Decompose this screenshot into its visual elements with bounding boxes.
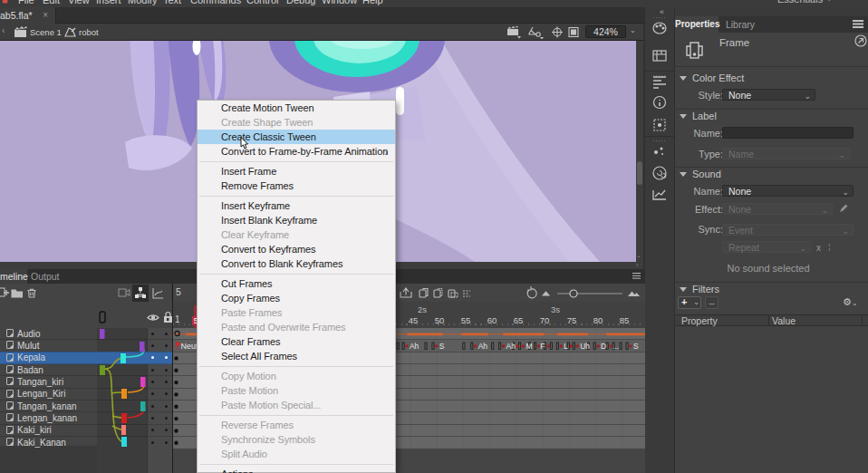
svg-text:Uh: Uh xyxy=(580,342,590,351)
svg-text:D: D xyxy=(601,342,606,351)
svg-text:Ah: Ah xyxy=(506,342,516,351)
svg-text:F: F xyxy=(540,342,545,351)
svg-text:Ah: Ah xyxy=(478,342,488,351)
svg-text:S: S xyxy=(633,342,639,351)
svg-text:Ah: Ah xyxy=(410,342,420,351)
svg-text:L: L xyxy=(564,342,568,351)
svg-text:...: ... xyxy=(612,342,619,351)
svg-text:M: M xyxy=(526,342,532,351)
svg-text:S: S xyxy=(439,342,445,351)
